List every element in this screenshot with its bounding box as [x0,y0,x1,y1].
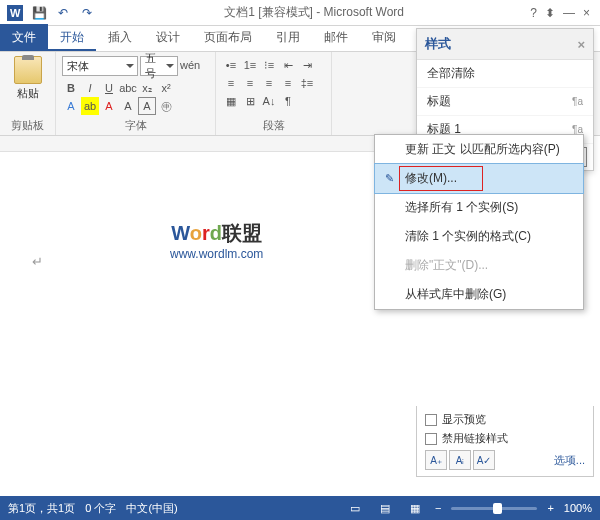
view-print-icon[interactable]: ▭ [345,500,365,516]
ctx-clear-format[interactable]: 清除 1 个实例的格式(C) [375,222,583,251]
linespacing-button[interactable]: ‡≡ [298,74,316,92]
group-paragraph: •≡ 1≡ ⁝≡ ⇤ ⇥ ≡ ≡ ≡ ≡ ‡≡ ▦ ⊞ A↓ ¶ 段落 [216,52,332,135]
tab-file[interactable]: 文件 [0,24,48,51]
indent-inc-button[interactable]: ⇥ [298,56,316,74]
svg-text:W: W [10,7,21,19]
highlight-box [399,166,483,191]
tab-references[interactable]: 引用 [264,24,312,51]
phonetic-icon[interactable]: wén [180,56,200,74]
clipboard-label: 剪贴板 [6,117,49,133]
tab-insert[interactable]: 插入 [96,24,144,51]
redo-icon[interactable]: ↷ [76,3,98,23]
highlight-button[interactable]: ab [81,97,99,115]
style-inspector-button[interactable]: Aᵢ [449,450,471,470]
group-clipboard: 粘贴 剪贴板 [0,52,56,135]
close-icon[interactable]: × [583,6,590,20]
ctx-modify[interactable]: ✎ 修改(M)... [374,163,584,194]
watermark: Word联盟 www.wordlm.com [170,220,263,261]
styles-options-link[interactable]: 选项... [554,453,585,468]
zoom-in-button[interactable]: + [547,502,553,514]
subscript-button[interactable]: x₂ [138,79,156,97]
align-left-button[interactable]: ≡ [222,74,240,92]
paste-label[interactable]: 粘贴 [17,86,39,101]
ctx-delete: 删除"正文"(D)... [375,251,583,280]
paste-icon[interactable] [14,56,42,84]
zoom-slider[interactable] [451,507,537,510]
chk-show-preview[interactable]: 显示预览 [425,412,585,427]
window-title: 文档1 [兼容模式] - Microsoft Word [98,4,530,21]
align-center-button[interactable]: ≡ [241,74,259,92]
italic-button[interactable]: I [81,79,99,97]
ribbon-opts-icon[interactable]: ⬍ [545,6,555,20]
align-right-button[interactable]: ≡ [260,74,278,92]
save-icon[interactable]: 💾 [28,3,50,23]
group-font: 宋体 五号 wén B I U abc x₂ x² A ab A A A ㊥ 字… [56,52,216,135]
zoom-out-button[interactable]: − [435,502,441,514]
styles-close-icon[interactable]: × [577,37,585,52]
chk-disable-linked[interactable]: 禁用链接样式 [425,431,585,446]
para-label: 段落 [222,117,325,133]
font-label: 字体 [62,117,209,133]
zoom-level[interactable]: 100% [564,502,592,514]
minimize-icon[interactable]: — [563,6,575,20]
ctx-select-all[interactable]: 选择所有 1 个实例(S) [375,193,583,222]
char-border-button[interactable]: A [138,97,156,115]
superscript-button[interactable]: x² [157,79,175,97]
multilist-button[interactable]: ⁝≡ [260,56,278,74]
document-area: ↵ [0,136,416,494]
showmarks-button[interactable]: ¶ [279,92,297,110]
new-style-button[interactable]: A₊ [425,450,447,470]
borders-button[interactable]: ⊞ [241,92,259,110]
tab-layout[interactable]: 页面布局 [192,24,264,51]
style-context-menu: 更新 正文 以匹配所选内容(P) ✎ 修改(M)... 选择所有 1 个实例(S… [374,134,584,310]
status-bar: 第1页，共1页 0 个字 中文(中国) ▭ ▤ ▦ − + 100% [0,496,600,520]
undo-icon[interactable]: ↶ [52,3,74,23]
status-page[interactable]: 第1页，共1页 [8,501,75,516]
modify-icon: ✎ [381,171,397,187]
fontcolor-button[interactable]: A [100,97,118,115]
enclose-button[interactable]: ㊥ [157,97,175,115]
view-web-icon[interactable]: ▦ [405,500,425,516]
tab-design[interactable]: 设计 [144,24,192,51]
bullets-button[interactable]: •≡ [222,56,240,74]
numbering-button[interactable]: 1≡ [241,56,259,74]
underline-button[interactable]: U [100,79,118,97]
ruler[interactable] [0,136,416,152]
styles-pane-footer: 显示预览 禁用链接样式 A₊ Aᵢ A✓ 选项... [416,406,594,477]
tab-home[interactable]: 开始 [48,24,96,51]
strike-button[interactable]: abc [119,79,137,97]
manage-styles-button[interactable]: A✓ [473,450,495,470]
style-heading[interactable]: 标题¶a [417,88,593,116]
tab-mailings[interactable]: 邮件 [312,24,360,51]
font-name-combo[interactable]: 宋体 [62,56,138,76]
view-read-icon[interactable]: ▤ [375,500,395,516]
char-shading-button[interactable]: A [119,97,137,115]
style-clear-all[interactable]: 全部清除 [417,60,593,88]
indent-dec-button[interactable]: ⇤ [279,56,297,74]
tab-review[interactable]: 审阅 [360,24,408,51]
shading-button[interactable]: ▦ [222,92,240,110]
status-wordcount[interactable]: 0 个字 [85,501,116,516]
help-icon[interactable]: ? [530,6,537,20]
sort-button[interactable]: A↓ [260,92,278,110]
font-size-combo[interactable]: 五号 [140,56,178,76]
texteffect-button[interactable]: A [62,97,80,115]
justify-button[interactable]: ≡ [279,74,297,92]
bold-button[interactable]: B [62,79,80,97]
ctx-update-match[interactable]: 更新 正文 以匹配所选内容(P) [375,135,583,164]
paragraph-mark: ↵ [32,254,43,269]
ctx-remove-from-gallery[interactable]: 从样式库中删除(G) [375,280,583,309]
page[interactable]: ↵ [16,160,396,500]
status-language[interactable]: 中文(中国) [126,501,177,516]
styles-title: 样式 [425,35,451,53]
word-icon[interactable]: W [4,3,26,23]
